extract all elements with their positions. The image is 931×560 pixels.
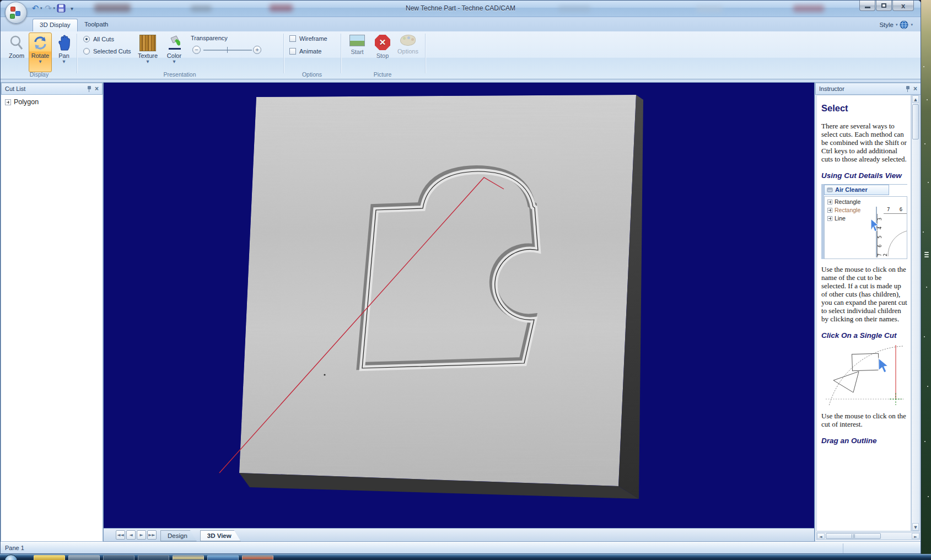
app-logo-cube-red [10,7,15,12]
titlebar: New Techne Part - Techne CAD/CAM x [1,1,921,17]
status-divider [843,543,843,554]
redo-button[interactable]: ↷ [42,3,55,14]
close-button[interactable]: x [892,1,914,11]
picture-start-button[interactable]: Start [345,33,370,69]
ribbon-tab-row: 3D Display Toolpath Style ▾ ▾ [1,17,921,31]
figure-arc [885,224,907,257]
instructor-paragraph: Use the mouse to click on the cut of int… [821,412,907,429]
texture-dropdown-icon[interactable]: ▼ [147,60,149,64]
quick-access-customize-icon[interactable]: ▾ [71,6,73,12]
transparency-minus-button[interactable]: − [192,46,201,54]
wireframe-checkbox[interactable]: Wireframe [289,35,327,42]
minimize-icon [865,7,870,8]
zoom-button[interactable]: Zoom [5,33,28,72]
scrollbar-thumb[interactable] [826,533,881,539]
checkbox-icon [289,35,296,42]
scrollbar-thumb[interactable] [912,104,919,139]
transparency-slider-thumb[interactable] [227,47,228,53]
instructor-panel: Instructor × Select There are several wa… [815,82,921,542]
taskbar-button-1[interactable] [34,555,65,560]
instructor-header: Instructor × [815,83,921,95]
picture-stop-button[interactable]: ✕ Stop [370,33,395,69]
tree-expand-icon [827,216,832,221]
pin-icon[interactable] [906,86,910,92]
undo-dropdown-icon[interactable]: ▾ [40,6,42,10]
tab-nav-first-button[interactable]: ◄◄ [116,530,125,540]
3d-view-tab[interactable]: 3D View [200,530,241,541]
scroll-right-icon[interactable]: ► [912,533,919,539]
close-panel-icon[interactable]: × [95,85,99,92]
tab-toolpath[interactable]: Toolpath [78,19,115,31]
figure-tree-area: Rectangle Rectangle Line 7 6 7 6 5 4 [824,196,907,259]
application-menu-button[interactable] [5,2,27,24]
tab-3d-display[interactable]: 3D Display [33,19,78,31]
save-button[interactable] [55,3,67,14]
style-dropdown[interactable]: Style [879,21,894,28]
taskbar [0,554,931,560]
transparency-plus-button[interactable]: + [253,46,261,54]
cut-details-figure: Air Cleaner Rectangle Rectangle [821,184,907,259]
instructor-vertical-scrollbar[interactable]: ▲ ▼ [911,95,920,531]
design-view-tab[interactable]: Design [160,530,197,541]
rotate-icon [32,35,49,51]
display-group-label: Display [10,71,68,78]
metal-plate[interactable] [232,84,651,494]
help-caret-icon[interactable]: ▾ [911,23,913,27]
pin-icon[interactable] [87,86,92,92]
texture-wood-icon [139,35,156,51]
tab-nav-prev-button[interactable]: ◄ [126,530,136,540]
scroll-down-icon[interactable]: ▼ [912,523,919,531]
scroll-left-icon[interactable]: ◄ [817,533,825,539]
tree-expand-icon[interactable] [5,99,11,105]
instructor-paragraph: Use the mouse to click on the name of th… [821,266,907,324]
taskbar-button-6[interactable] [207,555,239,560]
figure-ruler-area: 7 6 7 6 5 4 3 2 [876,207,907,257]
tree-item-polygon[interactable]: Polygon [1,95,103,106]
taskbar-button-5[interactable] [173,555,204,560]
instructor-content: Select There are several ways to select … [816,95,911,531]
help-globe-button[interactable] [900,20,908,29]
tab-nav-next-button[interactable]: ► [137,530,146,540]
status-pane-label: Pane 1 [5,545,24,551]
instructor-horizontal-scrollbar[interactable]: ◄ ► [816,532,920,540]
maximize-button[interactable] [876,1,892,11]
close-icon: x [901,2,905,9]
minimize-button[interactable] [859,1,875,11]
status-bar: Pane 1 [1,542,921,554]
start-button[interactable] [4,554,18,560]
instructor-subheading: Click On a Single Cut [821,331,907,340]
transparency-slider-track[interactable] [203,50,252,51]
taskbar-button-3[interactable] [103,555,134,560]
tab-nav-last-button[interactable]: ►► [147,530,157,540]
quick-access-toolbar: ↶ ▾ ↷ ▾ ▾ [29,2,73,14]
color-button[interactable]: Color ▼ [163,33,186,72]
selected-cuts-radio[interactable]: Selected Cuts [83,48,131,55]
palette-icon [400,35,416,46]
texture-button[interactable]: Texture ▼ [136,33,159,72]
options-group-label: Options [283,71,341,78]
taskbar-button-2[interactable] [68,555,100,560]
undo-button[interactable]: ↶ [29,3,41,14]
taskbar-button-7[interactable] [242,555,273,560]
animate-checkbox[interactable]: Animate [289,48,321,55]
taskbar-button-4[interactable] [138,555,169,560]
stop-icon: ✕ [375,35,390,50]
instructor-subheading: Using Cut Details View [821,171,907,180]
figure-ruler-top: 7 6 [884,207,907,214]
scroll-up-icon[interactable]: ▲ [912,95,919,103]
picture-options-button[interactable]: Options [395,33,421,69]
pan-button[interactable]: Pan ▼ [52,33,76,72]
close-panel-icon[interactable]: × [913,85,917,92]
color-dropdown-icon[interactable]: ▼ [173,60,176,64]
rotate-dropdown-icon[interactable]: ▼ [39,60,42,64]
viewport-panel: ◄◄ ◄ ► ►► Design 3D View [103,82,815,542]
cut-list-tree: Polygon [1,95,103,541]
sidebar-grip-handle[interactable] [924,251,929,259]
panel-icon [827,187,833,193]
all-cuts-radio[interactable]: All Cuts [83,36,114,42]
rotate-button[interactable]: Rotate ▼ [29,33,52,72]
viewport-3d-canvas[interactable] [104,83,814,528]
instructor-heading: Select [821,103,907,114]
pan-dropdown-icon[interactable]: ▼ [63,60,66,64]
style-caret-icon[interactable]: ▾ [896,23,898,27]
